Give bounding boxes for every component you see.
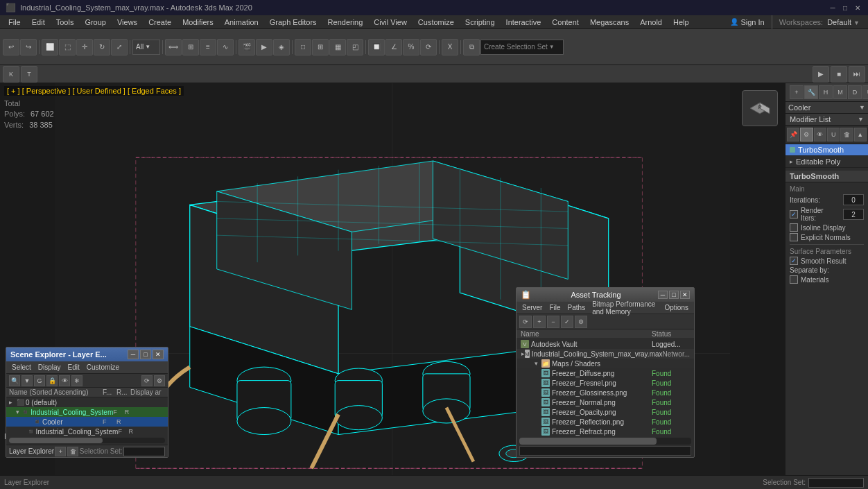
at-remove-btn[interactable]: − [547, 316, 559, 328]
play-button[interactable]: ▶ [813, 66, 829, 83]
viewport-btn4[interactable]: ◰ [347, 39, 363, 55]
maximize-button[interactable]: □ [840, 3, 850, 12]
menu-group[interactable]: Group [79, 17, 112, 28]
menu-animation[interactable]: Animation [219, 17, 264, 28]
at-minimize-button[interactable]: ─ [658, 291, 668, 299]
ts-isoline-checkbox[interactable] [790, 223, 798, 232]
se-filter-button[interactable]: ▼ [21, 375, 33, 386]
menu-modifiers[interactable]: Modifiers [177, 17, 219, 28]
menu-interactive[interactable]: Interactive [501, 17, 547, 28]
menu-civil-view[interactable]: Civil View [368, 17, 412, 28]
render-setup-button[interactable]: 🎬 [238, 39, 255, 55]
render-preset-dropdown[interactable]: All ▼ [132, 40, 160, 55]
se-refresh-button[interactable]: ⟳ [141, 375, 153, 386]
at-row-vault[interactable]: V Autodesk Vault Logged... [517, 339, 694, 349]
se-freeze-button[interactable]: ❄ [71, 375, 83, 386]
workspace-dropdown-icon[interactable]: ▼ [853, 19, 860, 26]
menu-tools[interactable]: Tools [51, 17, 80, 28]
se-close-button[interactable]: ✕ [153, 350, 164, 359]
menu-create[interactable]: Create [143, 17, 177, 28]
menu-rendering[interactable]: Rendering [322, 17, 369, 28]
object-expand-icon[interactable]: ▼ [859, 104, 865, 111]
se-row-default[interactable]: ▸ ⬛ 0 (default) [6, 397, 168, 407]
spinner-snap-button[interactable]: ⟳ [420, 39, 437, 55]
at-row-normal[interactable]: 🖼 Freezer_Normal.png Found [517, 397, 694, 407]
se-row-cooling-system[interactable]: ▾ ◾ Industrial_Cooling_System F R [6, 407, 168, 417]
se-menu-customize[interactable]: Customize [84, 363, 122, 371]
menu-content[interactable]: Content [546, 17, 584, 28]
mirror-button[interactable]: ⟺ [165, 39, 182, 55]
se-minimize-button[interactable]: ─ [128, 350, 139, 359]
at-row-main-file[interactable]: ▸ M Industrial_Cooling_System_max_vray.m… [517, 349, 694, 359]
next-frame-button[interactable]: ⏭ [849, 66, 865, 83]
se-group-button[interactable]: G [34, 375, 45, 386]
at-row-opacity[interactable]: 🖼 Freezer_Opacity.png Found [517, 407, 694, 417]
se-hide-button[interactable]: 👁 [59, 375, 70, 386]
menu-file[interactable]: File [3, 17, 26, 28]
motion-tab[interactable]: M [833, 85, 847, 99]
at-row-refract[interactable]: 🖼 Freezer_Refract.png Found [517, 427, 694, 436]
se-add-layer-button[interactable]: + [55, 447, 66, 456]
at-row-diffuse[interactable]: 🖼 Freezer_Diffuse.png Found [517, 368, 694, 378]
at-menu-paths[interactable]: Paths [565, 304, 589, 311]
key-filter-button[interactable]: K [3, 66, 19, 83]
scale-button[interactable]: ⤢ [111, 39, 128, 55]
create-tab[interactable]: + [790, 85, 804, 99]
move-button[interactable]: ✛ [76, 39, 93, 55]
modifier-list-dropdown-icon[interactable]: ▼ [858, 116, 864, 123]
at-close-button[interactable]: ✕ [680, 291, 690, 299]
at-row-glossiness[interactable]: 🖼 Freezer_Glossiness.png Found [517, 388, 694, 397]
viewport-btn3[interactable]: ▦ [329, 39, 346, 55]
at-row-reflection[interactable]: 🖼 Freezer_Reflection.png Found [517, 417, 694, 427]
ts-smooth-result-checkbox[interactable] [790, 257, 798, 265]
se-settings-button[interactable]: ⚙ [154, 375, 165, 386]
menu-help[interactable]: Help [668, 17, 695, 28]
at-menu-server[interactable]: Server [519, 304, 545, 311]
time-tag-button[interactable]: T [21, 66, 37, 83]
at-menu-options[interactable]: Options [662, 304, 691, 311]
se-find-button[interactable]: 🔍 [9, 375, 20, 386]
menu-scripting[interactable]: Scripting [460, 17, 501, 28]
viewport-btn2[interactable]: ⊞ [312, 39, 329, 55]
select-region-button[interactable]: ⬚ [59, 39, 76, 55]
select-object-button[interactable]: ⬜ [42, 39, 58, 55]
se-delete-layer-button[interactable]: 🗑 [67, 447, 78, 456]
se-scrollbar[interactable] [9, 438, 165, 443]
redo-button[interactable]: ↪ [20, 39, 37, 55]
undo-button[interactable]: ↩ [3, 39, 19, 55]
snap-button[interactable]: 🔲 [368, 39, 385, 55]
ts-render-iters-checkbox[interactable] [790, 210, 798, 218]
angle-snap-button[interactable]: ∠ [385, 39, 402, 55]
modifier-delete-button[interactable]: 🗑 [840, 128, 853, 141]
at-settings-btn[interactable]: ⚙ [575, 316, 587, 328]
layer-manager-button[interactable]: ≡ [200, 39, 216, 55]
rotate-button[interactable]: ↻ [94, 39, 110, 55]
at-row-fresnel[interactable]: 🖼 Freezer_Fresnel.png Found [517, 378, 694, 388]
percent-snap-button[interactable]: % [403, 39, 419, 55]
viewport[interactable]: [ + ] [ Perspective ] [ User Defined ] [… [0, 83, 785, 475]
at-menu-bitmap[interactable]: Bitmap Performance and Memory [589, 300, 660, 316]
modifier-make-unique[interactable]: U [827, 128, 840, 141]
modifier-editable-poly[interactable]: ▸ Editable Poly [785, 156, 868, 168]
at-input-row[interactable] [519, 446, 691, 456]
viewport-btn1[interactable]: □ [295, 39, 311, 55]
modify-tab[interactable]: 🔧 [804, 85, 818, 99]
menu-customize[interactable]: Customize [413, 17, 460, 28]
ts-materials-checkbox[interactable] [790, 275, 798, 284]
at-add-btn[interactable]: + [533, 316, 546, 328]
menu-views[interactable]: Views [112, 17, 143, 28]
at-resolve-btn[interactable]: ✓ [561, 316, 573, 328]
named-selection-button[interactable]: ⧉ [463, 39, 480, 55]
se-menu-edit[interactable]: Edit [65, 363, 83, 371]
se-lock-button[interactable]: 🔒 [46, 375, 58, 386]
se-row-cooling-system2[interactable]: ◾ Industrial_Cooling_System F R [6, 427, 168, 436]
align-button[interactable]: ⊞ [182, 39, 199, 55]
modifier-configure-button[interactable]: ⚙ [800, 128, 813, 141]
at-scrollbar[interactable] [519, 438, 691, 445]
se-menu-select[interactable]: Select [9, 363, 34, 371]
at-row-maps-folder[interactable]: ▾ 📁 Maps / Shaders [517, 359, 694, 368]
close-button[interactable]: ✕ [853, 3, 862, 12]
modifier-turbosm[interactable]: TurboSmooth [785, 144, 868, 156]
curve-editor-button[interactable]: ∿ [217, 39, 234, 55]
create-selection-set[interactable]: Create Selection Set ▼ [480, 40, 564, 55]
